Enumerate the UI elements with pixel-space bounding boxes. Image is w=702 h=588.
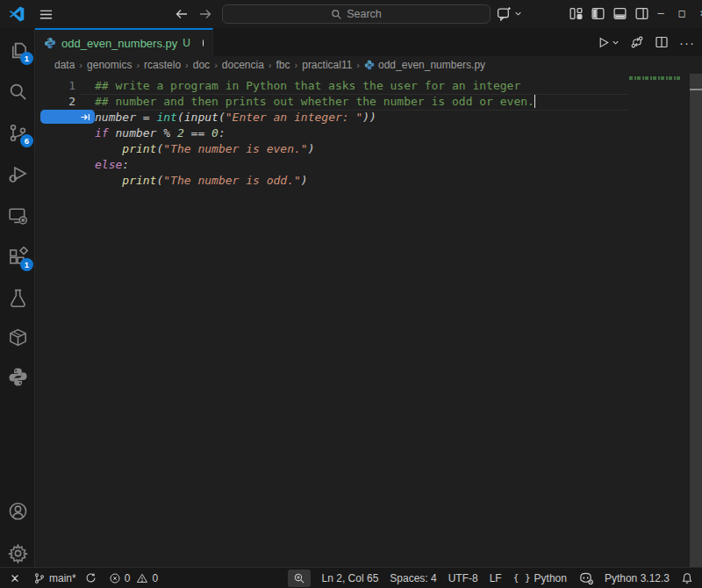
code-line[interactable]: number = int(input("Enter an integer: ")… <box>35 110 628 125</box>
overview-ruler-cursor-mark <box>690 89 702 90</box>
run-python-file-button[interactable] <box>597 36 620 49</box>
braces-icon: { } <box>513 572 531 584</box>
branch-name: main* <box>49 572 76 584</box>
scrollbar-thumb[interactable] <box>690 74 702 567</box>
breadcrumb-item[interactable]: odd_even_numbers.py <box>378 59 485 71</box>
tab-odd-even-numbers[interactable]: odd_even_numbers.py U <box>35 28 213 56</box>
search-placeholder: Search <box>347 8 382 20</box>
git-branch-item[interactable]: main* <box>33 572 97 584</box>
toggle-secondary-sidebar-icon[interactable] <box>634 6 649 21</box>
breadcrumb-separator: › <box>78 60 83 70</box>
encoding-item[interactable]: UTF-8 <box>448 572 478 584</box>
vscode-window: Search – □ × <box>0 0 702 588</box>
minimize-button[interactable]: – <box>653 4 669 23</box>
code-line[interactable]: 1## write a program in Python that asks … <box>35 78 628 94</box>
python-env-icon[interactable] <box>7 366 28 387</box>
inline-suggestion-tab-pill[interactable] <box>40 110 95 124</box>
python-file-icon <box>364 60 375 70</box>
title-bar: Search – □ × <box>0 0 702 28</box>
more-actions-icon[interactable]: ··· <box>679 35 695 50</box>
breadcrumb-item[interactable]: fbc <box>276 59 290 71</box>
chevron-down-icon <box>612 39 620 47</box>
customize-layout-icon[interactable] <box>569 6 584 21</box>
breadcrumb-separator: › <box>268 60 273 70</box>
close-button[interactable]: × <box>695 4 702 23</box>
command-center-search[interactable]: Search <box>222 4 491 24</box>
breadcrumb-item[interactable]: docencia <box>222 59 264 71</box>
language-mode-item[interactable]: { } Python <box>513 572 567 584</box>
go-back-icon[interactable] <box>175 7 189 21</box>
python-interpreter-item[interactable]: Python 3.12.3 <box>605 572 670 584</box>
search-view-icon[interactable] <box>7 81 28 102</box>
cursor-position-item[interactable]: Ln 2, Col 65 <box>322 572 379 584</box>
indentation-item[interactable]: Spaces: 4 <box>390 572 436 584</box>
code-text: number = int(input("Enter an integer: ")… <box>95 110 376 125</box>
chevron-down-icon <box>514 10 522 18</box>
editor-actions: ··· <box>597 28 695 56</box>
breadcrumb: data› genomics› rcastelo› doc› docencia›… <box>35 56 702 74</box>
explorer-badge: 1 <box>20 52 33 65</box>
accounts-icon[interactable] <box>7 500 28 521</box>
toggle-primary-sidebar-icon[interactable] <box>591 6 605 21</box>
code-line[interactable]: 2## number and then prints out whether t… <box>35 94 628 110</box>
chat-bubble-icon <box>497 6 512 21</box>
code-editor[interactable]: 1## write a program in Python that asks … <box>35 74 702 567</box>
open-changes-icon[interactable] <box>630 35 644 49</box>
code-line[interactable]: print("The number is odd.") <box>35 173 628 189</box>
breadcrumb-item[interactable]: doc <box>193 59 210 71</box>
copilot-status-icon[interactable] <box>578 571 593 584</box>
git-branch-icon <box>33 572 46 584</box>
error-icon <box>109 572 121 584</box>
breadcrumb-item[interactable]: rcastelo <box>144 59 181 71</box>
code-text: else: <box>95 157 129 173</box>
code-text: print("The number is odd.") <box>95 173 308 189</box>
breadcrumb-item[interactable]: genomics <box>87 59 132 71</box>
line-number: 1 <box>35 78 81 94</box>
zoom-status-item[interactable] <box>288 570 311 587</box>
go-forward-icon[interactable] <box>198 7 212 21</box>
code-text: ## write a program in Python that asks t… <box>95 78 520 94</box>
breadcrumb-separator: › <box>355 60 361 70</box>
maximize-button[interactable]: □ <box>674 4 690 23</box>
line-number: 2 <box>35 94 81 110</box>
zoom-in-icon <box>293 572 305 584</box>
tab-file-name: odd_even_numbers.py <box>61 37 177 50</box>
code-line[interactable]: else: <box>35 157 628 173</box>
sync-icon[interactable] <box>85 572 97 584</box>
remote-explorer-icon[interactable] <box>7 204 28 226</box>
extensions-icon[interactable]: 1 <box>7 246 28 267</box>
eol-item[interactable]: LF <box>490 572 502 584</box>
copilot-chat-button[interactable] <box>497 6 522 21</box>
breadcrumb-item[interactable]: practical11 <box>302 59 352 71</box>
source-control-badge: 6 <box>20 134 33 147</box>
explorer-icon[interactable]: 1 <box>7 39 28 61</box>
unsaved-dot-icon[interactable] <box>203 39 204 47</box>
split-editor-icon[interactable] <box>655 35 669 49</box>
warning-count: 0 <box>152 572 158 584</box>
breadcrumb-separator: › <box>294 60 299 70</box>
text-cursor <box>534 95 536 108</box>
code-line[interactable]: print("The number is even.") <box>35 141 628 157</box>
notifications-bell-icon[interactable] <box>681 572 693 584</box>
line-number <box>35 157 81 173</box>
editor-scrollbar[interactable] <box>690 74 702 567</box>
run-debug-icon[interactable] <box>7 163 28 184</box>
toggle-panel-icon[interactable] <box>612 6 627 21</box>
source-control-icon[interactable]: 6 <box>7 122 28 143</box>
code-line[interactable]: if number % 2 == 0: <box>35 125 628 141</box>
breadcrumb-item[interactable]: data <box>54 59 75 71</box>
tab-bar: odd_even_numbers.py U ··· <box>35 28 702 56</box>
line-number <box>35 141 81 157</box>
code-lines: 1## write a program in Python that asks … <box>35 78 628 189</box>
breadcrumb-separator: › <box>184 60 190 70</box>
remote-indicator-icon[interactable] <box>9 572 21 584</box>
activity-bar: 1 6 1 <box>0 28 35 567</box>
menu-icon[interactable] <box>37 6 54 22</box>
problems-item[interactable]: 0 0 <box>109 572 158 584</box>
tab-key-icon <box>80 112 91 122</box>
minimap[interactable] <box>628 74 690 567</box>
testing-icon[interactable] <box>7 287 28 308</box>
containers-icon[interactable] <box>7 326 28 348</box>
error-count: 0 <box>125 572 131 584</box>
settings-gear-icon[interactable] <box>7 542 28 563</box>
